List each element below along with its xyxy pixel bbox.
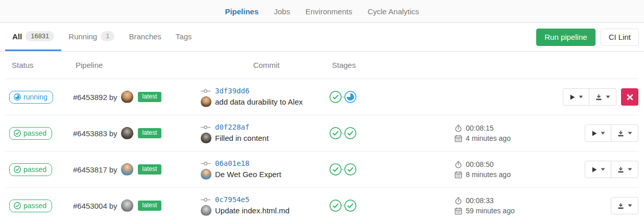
pipeline-row: passed #6453817 by latest 06a01e18 De We… — [5, 152, 639, 188]
play-dropdown-button[interactable] — [563, 89, 589, 105]
actions-cell — [544, 161, 639, 178]
stopwatch-icon — [455, 125, 462, 132]
commit-message-link[interactable]: Filled in content — [215, 134, 269, 142]
pipeline-row: passed #6453004 by latest 0c7954e5 Updat… — [5, 188, 639, 223]
commit-author-avatar[interactable] — [201, 169, 211, 180]
header-pipeline: Pipeline — [73, 61, 201, 69]
user-avatar[interactable] — [121, 163, 133, 176]
chevron-down-icon — [628, 132, 632, 135]
play-dropdown-button[interactable] — [585, 161, 611, 178]
commit-sha-link[interactable]: 0c7954e5 — [215, 195, 249, 204]
user-avatar[interactable] — [121, 91, 133, 103]
download-icon — [595, 93, 603, 101]
commit-message-link[interactable]: Update index.html.md — [215, 206, 290, 215]
duration-value: 00:08:33 — [466, 196, 494, 205]
pipeline-row: running #6453892 by latest 3df39dd6 add … — [5, 79, 639, 115]
commit-cell: 06a01e18 De Wet Geo Expert — [201, 159, 329, 180]
pipeline-id-link[interactable]: #6453892 — [73, 93, 107, 102]
tab-tags[interactable]: Tags — [169, 23, 199, 51]
stage-passed-icon[interactable] — [344, 127, 356, 139]
download-artifacts-dropdown-button[interactable] — [589, 89, 616, 105]
age-line: 8 minutes ago — [455, 170, 511, 179]
age-line: 4 minutes ago — [455, 134, 511, 142]
commit-icon — [201, 197, 211, 203]
age-line: 59 minutes ago — [455, 207, 515, 215]
run-pipeline-button[interactable]: Run pipeline — [536, 29, 595, 46]
commit-author-avatar[interactable] — [201, 133, 211, 143]
stage-passed-icon[interactable] — [329, 91, 342, 103]
status-badge-running[interactable]: running — [9, 91, 53, 104]
actions-button-group — [563, 88, 616, 106]
pipelines-table: Status Pipeline Commit Stages running #6… — [5, 52, 639, 223]
commit-cell: d0f228af Filled in content — [201, 123, 329, 143]
status-cell: passed — [9, 127, 73, 140]
close-icon — [627, 94, 633, 101]
commit-message-link[interactable]: add data durability to Alex — [215, 97, 303, 106]
status-label: running — [23, 93, 47, 101]
ci-lint-button[interactable]: CI Lint — [601, 29, 639, 46]
status-badge-passed[interactable]: passed — [9, 200, 52, 212]
age-value: 4 minutes ago — [466, 134, 511, 142]
tab-all[interactable]: All 16831 — [5, 23, 61, 51]
download-artifacts-dropdown-button[interactable] — [611, 197, 638, 214]
tab-running-count-badge: 1 — [101, 31, 114, 41]
by-label: by — [109, 129, 117, 138]
actions-cell — [544, 88, 639, 106]
status-label: passed — [23, 202, 46, 210]
commit-sha-link[interactable]: d0f228af — [215, 123, 249, 131]
stopwatch-icon — [455, 161, 462, 168]
stage-passed-icon[interactable] — [329, 200, 342, 212]
nav-cycle-analytics[interactable]: Cycle Analytics — [367, 5, 420, 18]
download-artifacts-dropdown-button[interactable] — [611, 161, 638, 178]
chevron-down-icon — [628, 168, 632, 171]
user-avatar[interactable] — [121, 200, 133, 212]
play-icon — [591, 166, 598, 173]
pipeline-id-link[interactable]: #6453817 — [73, 165, 107, 174]
latest-badge[interactable]: latest — [138, 164, 162, 174]
play-icon — [591, 130, 598, 137]
commit-icon — [201, 125, 211, 130]
running-pie-icon — [14, 93, 21, 101]
commit-author-avatar[interactable] — [201, 205, 211, 216]
latest-badge[interactable]: latest — [138, 92, 162, 102]
status-badge-passed[interactable]: passed — [9, 127, 52, 140]
tab-branches[interactable]: Branches — [122, 23, 168, 51]
pipeline-cell: #6453883 by latest — [73, 127, 201, 139]
calendar-icon — [455, 135, 462, 142]
stage-passed-icon[interactable] — [344, 163, 356, 176]
commit-sha-link[interactable]: 3df39dd6 — [215, 87, 249, 95]
calendar-icon — [455, 207, 462, 215]
duration-line: 00:08:33 — [455, 196, 494, 205]
pipeline-id-link[interactable]: #6453004 — [73, 202, 107, 210]
commit-sha-link[interactable]: 06a01e18 — [215, 159, 249, 167]
actions-button-group — [611, 197, 638, 214]
stage-passed-icon[interactable] — [329, 127, 342, 139]
nav-environments[interactable]: Environments — [304, 5, 353, 18]
pipeline-id-link[interactable]: #6453883 — [73, 129, 107, 138]
user-avatar[interactable] — [121, 127, 133, 139]
status-badge-passed[interactable]: passed — [9, 163, 52, 176]
play-dropdown-button[interactable] — [585, 125, 611, 141]
stage-passed-icon[interactable] — [329, 163, 342, 176]
stage-passed-icon[interactable] — [344, 200, 356, 212]
tab-all-count-badge: 16831 — [26, 31, 54, 41]
nav-pipelines[interactable]: Pipelines — [224, 5, 259, 18]
stages-cell — [329, 163, 455, 176]
duration-value: 00:08:50 — [466, 160, 494, 168]
nav-jobs[interactable]: Jobs — [273, 5, 291, 18]
commit-message-link[interactable]: De Wet Geo Expert — [215, 170, 281, 179]
cancel-pipeline-button[interactable] — [621, 88, 638, 106]
status-label: passed — [23, 129, 46, 137]
pipeline-actions: Run pipeline CI Lint — [536, 23, 639, 51]
download-artifacts-dropdown-button[interactable] — [611, 125, 638, 141]
commit-author-avatar[interactable] — [201, 96, 211, 107]
tab-running[interactable]: Running 1 — [61, 23, 122, 51]
chevron-down-icon — [579, 95, 583, 98]
status-label: passed — [23, 165, 46, 174]
latest-badge[interactable]: latest — [138, 128, 162, 138]
pipelines-tabs-bar: All 16831 Running 1 Branches Tags Run pi… — [0, 23, 644, 52]
stage-running-icon[interactable] — [344, 91, 356, 103]
actions-button-group — [585, 161, 638, 178]
latest-badge[interactable]: latest — [138, 201, 162, 210]
by-label: by — [109, 202, 117, 210]
